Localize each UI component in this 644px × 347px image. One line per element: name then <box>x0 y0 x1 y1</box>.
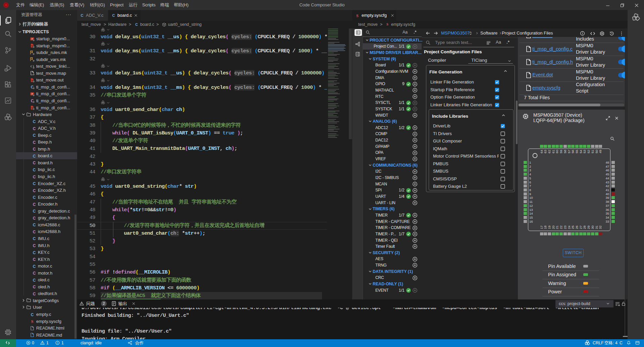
svg-text:C: C <box>33 243 36 248</box>
svg-text:C: C <box>33 291 36 296</box>
svg-text:C: C <box>33 209 36 214</box>
svg-text:C: C <box>33 188 36 193</box>
svg-text:C: C <box>33 250 36 255</box>
svg-text:C: C <box>33 223 36 227</box>
svg-text:C: C <box>33 167 36 172</box>
svg-text:C: C <box>33 147 36 152</box>
svg-text:C: C <box>33 181 36 186</box>
svg-text:C: C <box>33 119 36 124</box>
svg-text:C: C <box>33 133 36 138</box>
svg-text:C: C <box>33 126 36 131</box>
svg-text:C: C <box>33 140 36 144</box>
svg-text:C: C <box>33 174 36 179</box>
svg-text:C: C <box>33 161 36 165</box>
svg-text:C: C <box>31 312 34 317</box>
svg-text:S: S <box>31 319 34 324</box>
svg-text:C: C <box>33 271 36 276</box>
svg-text:C: C <box>33 236 36 241</box>
svg-text:S: S <box>356 13 359 18</box>
svg-text:C: C <box>33 195 36 200</box>
svg-text:C: C <box>33 257 36 262</box>
svg-text:C: C <box>33 278 36 282</box>
svg-text:C: C <box>80 13 83 17</box>
svg-text:S: S <box>386 22 388 26</box>
svg-text:C: C <box>33 154 36 158</box>
svg-text:C: C <box>33 202 36 207</box>
svg-text:C: C <box>33 229 36 234</box>
svg-text:C: C <box>33 285 36 289</box>
svg-text:C: C <box>33 264 36 269</box>
svg-text:C: C <box>33 216 36 220</box>
svg-text:C: C <box>112 13 115 17</box>
